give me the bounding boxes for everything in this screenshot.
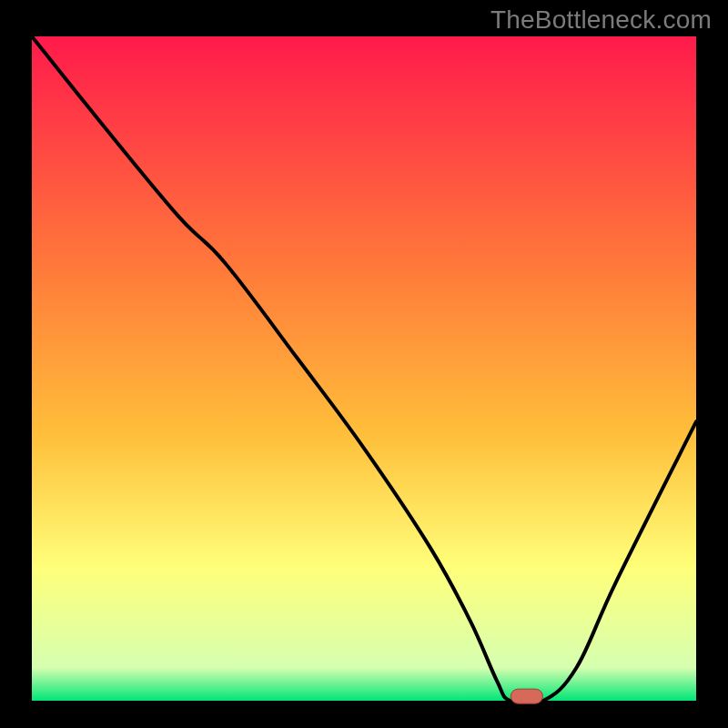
plot-background bbox=[32, 36, 696, 701]
bottleneck-plot bbox=[0, 0, 728, 728]
optimal-marker bbox=[511, 689, 542, 703]
watermark-label: TheBottleneck.com bbox=[490, 5, 712, 35]
chart-frame: TheBottleneck.com bbox=[0, 0, 728, 728]
